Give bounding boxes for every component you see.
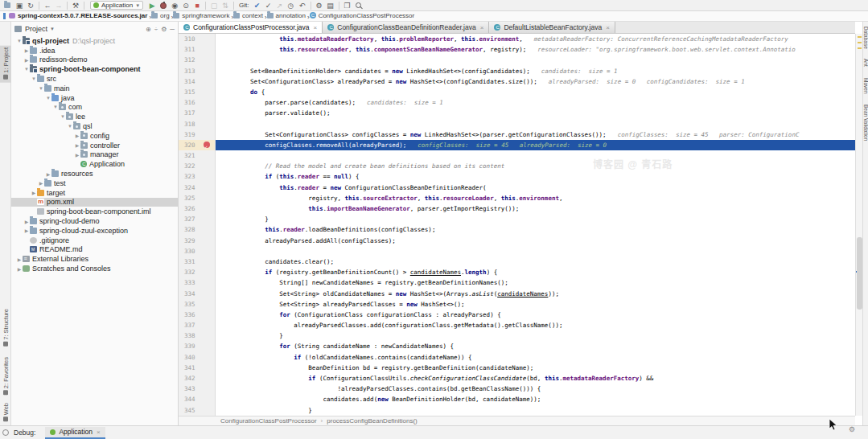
close-icon[interactable]: × — [97, 429, 101, 436]
gutter-line-332[interactable]: 332 — [179, 267, 215, 277]
code-line-313[interactable]: Set<BeanDefinitionHolder> candidates = n… — [216, 66, 855, 76]
chevron-down-icon[interactable]: ▼ — [45, 96, 51, 101]
code-line-324[interactable]: this.reader = new ConfigurationClassBean… — [216, 183, 855, 193]
forward-icon[interactable]: → — [53, 1, 64, 10]
gutter-line-322[interactable]: 322 — [179, 161, 215, 171]
code-line-327[interactable]: } — [216, 214, 855, 224]
tree-item-resources[interactable]: ▶resources — [11, 169, 178, 178]
gutter-line-339[interactable]: 339 — [179, 341, 215, 351]
tool-stripe-2-favorites[interactable]: 2: Favorites — [0, 355, 11, 398]
dump-icon[interactable]: ⇅ — [220, 1, 231, 10]
stop-icon[interactable]: ■ — [191, 1, 203, 10]
gutter-line-312[interactable]: 312 — [179, 55, 215, 65]
tree-item-config[interactable]: ▶config — [11, 131, 178, 141]
code-line-328[interactable]: this.reader.loadBeanDefinitions(configCl… — [216, 224, 855, 235]
run-configuration-select[interactable]: Application ▼ — [90, 1, 143, 10]
editor-scrollbar[interactable] — [855, 34, 862, 416]
gutter-line-336[interactable]: 336 — [179, 310, 215, 320]
code-line-332[interactable]: if (registry.getBeanDefinitionCount() > … — [216, 267, 855, 277]
tree-item-idea[interactable]: ▶.idea — [11, 46, 178, 55]
code-line-321[interactable] — [216, 150, 855, 161]
gutter-line-338[interactable]: 338 — [179, 330, 215, 341]
run-icon[interactable]: ▶ — [146, 1, 158, 10]
debug-tool-window-label[interactable]: Debug: — [14, 429, 35, 437]
tree-item-spring-boot-bean-component-iml[interactable]: spring-boot-bean-component.iml — [11, 207, 178, 216]
tool-stripe-1-project[interactable]: 1: Project — [0, 46, 11, 83]
debug-icon[interactable] — [158, 1, 169, 10]
tool-stripe-database[interactable]: Database — [863, 27, 868, 49]
code-line-341[interactable]: BeanDefinition bd = registry.getBeanDefi… — [216, 363, 855, 373]
breadcrumb-item-configurationclasspostprocessor[interactable]: ConfigurationClassPostProcessor — [310, 12, 415, 19]
chevron-right-icon[interactable]: ▶ — [74, 133, 80, 138]
git-update-icon[interactable]: ✔ — [252, 1, 263, 10]
code-line-337[interactable]: alreadyParsedClasses.add(configurationCl… — [216, 320, 855, 330]
tree-item-pom-xml[interactable]: pom.xml — [11, 198, 178, 207]
chevron-down-icon[interactable]: ▼ — [67, 124, 73, 129]
tree-item-lee[interactable]: ▼lee — [11, 112, 178, 121]
gutter-line-337[interactable]: 337 — [179, 320, 215, 330]
gutter-line-310[interactable]: 310 — [179, 34, 215, 44]
gutter-line-342[interactable]: 342 — [179, 373, 215, 384]
tree-item-qsl-project[interactable]: ▼qsl-projectD:\qsl-project — [11, 36, 178, 46]
gutter-line-343[interactable]: 343 — [179, 384, 215, 394]
attach-icon[interactable]: ▢ — [208, 1, 220, 10]
tree-item-qsl[interactable]: ▼qsl — [11, 121, 178, 131]
close-icon[interactable]: × — [314, 24, 318, 31]
gutter-line-341[interactable]: 341 — [179, 363, 215, 373]
code-line-344[interactable]: candidates.add(new BeanDefinitionHolder(… — [216, 394, 855, 404]
warning-stripe-mark[interactable] — [858, 36, 862, 38]
code-line-316[interactable]: parser.parse(candidates);candidates: siz… — [216, 97, 855, 108]
code-line-315[interactable]: do { — [216, 87, 855, 97]
chevron-right-icon[interactable]: ▶ — [16, 256, 23, 262]
git-commit-icon[interactable]: ✓ — [263, 1, 274, 10]
gutter-line-340[interactable]: 340 — [179, 352, 215, 363]
sync-icon[interactable]: ↻ — [25, 1, 36, 10]
gutter-line-318[interactable]: 318 — [179, 119, 215, 129]
code-line-320[interactable]: configClasses.removeAll(alreadyParsed);c… — [216, 140, 855, 150]
gutter-line-329[interactable]: 329 — [179, 236, 215, 246]
gear-icon[interactable]: ⚙ — [849, 425, 855, 433]
code-line-330[interactable] — [216, 246, 855, 256]
code-line-343[interactable]: !alreadyParsedClasses.contains(bd.getBea… — [216, 384, 855, 394]
chevron-right-icon[interactable]: ▶ — [23, 57, 30, 63]
gutter-line-344[interactable]: 344 — [179, 394, 215, 404]
editor-tab-configurationclassbeandefinitionreader-java[interactable]: ConfigurationClassBeanDefinitionReader.j… — [323, 22, 489, 33]
code-line-333[interactable]: String[] newCandidateNames = registry.ge… — [216, 277, 855, 288]
gutter-line-328[interactable]: 328 — [179, 224, 215, 235]
tree-item-application[interactable]: Application — [11, 159, 178, 169]
gutter-line-345[interactable]: 345 — [179, 405, 215, 416]
code-line-342[interactable]: if (ConfigurationClassUtils.checkConfigu… — [216, 373, 855, 384]
gutter-line-325[interactable]: 325 — [179, 193, 215, 203]
code-line-311[interactable]: this.resourceLoader, this.componentScanB… — [216, 44, 855, 55]
gutter-line-335[interactable]: 335 — [179, 299, 215, 310]
editor-gutter[interactable]: 3103113123133143153163173183193203213223… — [179, 34, 216, 416]
tree-item-redisson-demo[interactable]: ▶redisson-demo — [11, 55, 178, 65]
close-icon[interactable]: × — [606, 24, 610, 31]
code-line-329[interactable]: alreadyParsed.addAll(configClasses); — [216, 236, 855, 246]
chevron-down-icon[interactable]: ▼ — [60, 114, 66, 119]
tree-item-java[interactable]: ▼java — [11, 93, 178, 103]
tree-item-controller[interactable]: ▶controller — [11, 141, 178, 150]
gutter-line-330[interactable]: 330 — [179, 246, 215, 256]
coverage-icon[interactable]: ◉ — [169, 1, 180, 10]
wrench-icon[interactable]: ⚙ — [314, 1, 325, 10]
tool-stripe-maven[interactable]: Maven — [863, 78, 868, 94]
gutter-line-334[interactable]: 334 — [179, 289, 215, 299]
build-icon[interactable]: ⚒ — [70, 1, 81, 10]
gutter-line-323[interactable]: 323 — [179, 171, 215, 182]
breadcrumb-item-org[interactable]: org — [151, 12, 170, 19]
chevron-right-icon[interactable]: ▶ — [38, 180, 44, 186]
code-line-326[interactable]: this.importBeanNameGenerator, parser.get… — [216, 203, 855, 214]
code-line-318[interactable] — [216, 119, 855, 129]
chevron-down-icon[interactable]: ▼ — [38, 86, 44, 91]
chevron-down-icon[interactable]: ▼ — [52, 105, 59, 109]
event-log-icon[interactable] — [2, 429, 9, 436]
chevron-right-icon[interactable]: ▶ — [31, 190, 37, 195]
tool-stripe-bean-validation[interactable]: Bean Validation — [863, 105, 868, 141]
tree-item-target[interactable]: ▶target — [11, 188, 178, 198]
breadcrumb-class[interactable]: ConfigurationClassPostProcessor — [220, 417, 317, 425]
search-everywhere-icon[interactable] — [353, 1, 364, 10]
marker-icon[interactable]: ▤ — [325, 1, 336, 10]
project-panel-title[interactable]: Project — [25, 25, 47, 33]
warning-stripe-mark[interactable] — [858, 47, 862, 49]
